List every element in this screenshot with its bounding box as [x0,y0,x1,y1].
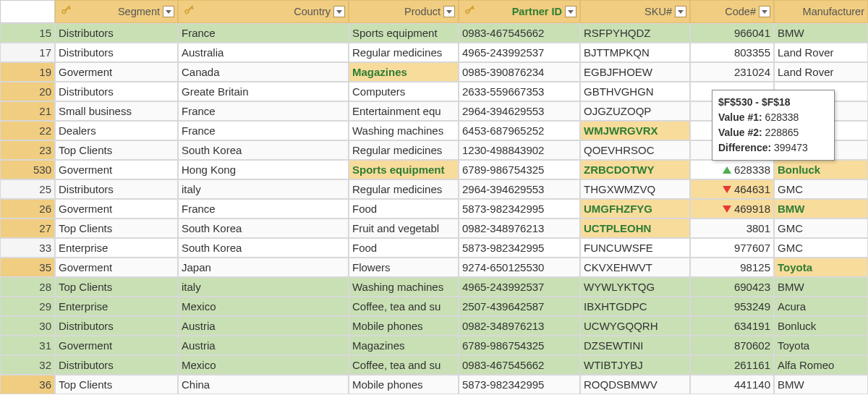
row-number[interactable]: 19 [0,62,55,82]
cell-country[interactable]: Mexico [178,355,349,375]
row-number[interactable]: 25 [0,179,55,199]
cell-sku[interactable]: DZSEWTINI [580,336,690,355]
cell-sku[interactable]: UCTPLEOHN [580,218,690,238]
cell-segment[interactable]: Enterprise [55,297,178,316]
cell-product[interactable]: Regular medicines [349,43,459,62]
cell-country[interactable]: South Korea [178,140,349,160]
cell-partner-id[interactable]: 0983-467545662 [459,355,580,375]
cell-segment[interactable]: Top Clients [55,218,178,238]
cell-manufacturer[interactable]: GMC [774,218,868,238]
cell-product[interactable]: Mobile phones [349,316,459,336]
cell-product[interactable]: Regular medicines [349,140,459,160]
cell-segment[interactable]: Top Clients [55,140,178,160]
cell-partner-id[interactable]: 5873-982342995 [459,199,580,218]
cell-product[interactable]: Magazines [349,62,459,82]
col-country[interactable]: Country [178,0,349,23]
cell-country[interactable]: China [178,375,349,394]
filter-dropdown-icon[interactable] [759,6,770,17]
cell-sku[interactable]: IBXHTGDPC [580,297,690,316]
cell-partner-id[interactable]: 5873-982342995 [459,238,580,258]
col-code[interactable]: Code# [690,0,774,23]
cell-country[interactable]: Greate Britain [178,82,349,101]
cell-segment[interactable]: Top Clients [55,375,178,394]
col-manufacturer[interactable]: Manufacturer [774,0,868,23]
row-number[interactable]: 17 [0,43,55,62]
cell-country[interactable]: France [178,199,349,218]
cell-segment[interactable]: Goverment [55,199,178,218]
row-number[interactable]: 28 [0,277,55,297]
cell-product[interactable]: Coffee, tea and su [349,297,459,316]
cell-segment[interactable]: Goverment [55,336,178,355]
cell-segment[interactable]: Distributors [55,355,178,375]
cell-segment[interactable]: Goverment [55,258,178,277]
cell-country[interactable]: South Korea [178,238,349,258]
cell-sku[interactable]: ZRBCDOTWY [580,160,690,179]
cell-segment[interactable]: Goverment [55,160,178,179]
col-partner-id[interactable]: Partner ID [459,0,580,23]
cell-partner-id[interactable]: 4965-243992537 [459,277,580,297]
row-number[interactable]: 35 [0,258,55,277]
cell-country[interactable]: Mexico [178,297,349,316]
cell-manufacturer[interactable]: BMW [774,199,868,218]
row-number[interactable]: 36 [0,375,55,394]
cell-manufacturer[interactable]: GMC [774,179,868,199]
cell-country[interactable]: Australia [178,43,349,62]
cell-code[interactable]: 261161 [690,355,774,375]
cell-product[interactable]: Computers [349,82,459,101]
row-number[interactable]: 15 [0,23,55,43]
cell-country[interactable]: France [178,121,349,140]
row-number[interactable]: 22 [0,121,55,140]
row-number[interactable]: 31 [0,336,55,355]
cell-manufacturer[interactable]: Bonluck [774,160,868,179]
cell-manufacturer[interactable]: BMW [774,375,868,394]
cell-segment[interactable]: Distributors [55,179,178,199]
cell-product[interactable]: Mobile phones [349,375,459,394]
row-number[interactable]: 20 [0,82,55,101]
cell-country[interactable]: Japan [178,258,349,277]
cell-partner-id[interactable]: 6453-687965252 [459,121,580,140]
cell-partner-id[interactable]: 2507-439642587 [459,297,580,316]
filter-dropdown-icon[interactable] [333,6,345,17]
cell-partner-id[interactable]: 0982-348976213 [459,316,580,336]
cell-sku[interactable]: QOEVHRSOC [580,140,690,160]
row-number[interactable]: 33 [0,238,55,258]
cell-country[interactable]: South Korea [178,218,349,238]
cell-manufacturer[interactable]: BMW [774,23,868,43]
col-segment[interactable]: Segment [55,0,178,23]
cell-product[interactable]: Magazines [349,336,459,355]
cell-product[interactable]: Sports equipment [349,160,459,179]
cell-partner-id[interactable]: 2964-394629553 [459,101,580,121]
cell-country[interactable]: Austria [178,336,349,355]
cell-code[interactable]: 966041 [690,23,774,43]
row-number[interactable]: 530 [0,160,55,179]
cell-partner-id[interactable]: 6789-986754325 [459,160,580,179]
row-number[interactable]: 29 [0,297,55,316]
spreadsheet-grid[interactable]: SegmentCountryProductPartner IDSKU#Code#… [0,0,868,394]
cell-country[interactable]: italy [178,277,349,297]
cell-code[interactable]: 3801 [690,218,774,238]
cell-manufacturer[interactable]: Toyota [774,258,868,277]
cell-manufacturer[interactable]: Land Rover [774,43,868,62]
cell-segment[interactable]: Enterprise [55,238,178,258]
cell-product[interactable]: Sports equipment [349,23,459,43]
cell-partner-id[interactable]: 5873-982342995 [459,375,580,394]
row-number[interactable]: 23 [0,140,55,160]
col-sku[interactable]: SKU# [580,0,690,23]
cell-product[interactable]: Flowers [349,258,459,277]
cell-code[interactable]: 441140 [690,375,774,394]
cell-partner-id[interactable]: 2964-394629553 [459,179,580,199]
cell-manufacturer[interactable]: GMC [774,238,868,258]
cell-segment[interactable]: Small business [55,101,178,121]
cell-segment[interactable]: Distributors [55,316,178,336]
cell-product[interactable]: Washing machines [349,121,459,140]
cell-segment[interactable]: Distributors [55,23,178,43]
cell-sku[interactable]: CKVXEHWVT [580,258,690,277]
cell-code[interactable]: 634191 [690,316,774,336]
cell-partner-id[interactable]: 0982-348976213 [459,218,580,238]
cell-country[interactable]: Hong Kong [178,160,349,179]
cell-product[interactable]: Washing machines [349,277,459,297]
row-number[interactable]: 26 [0,199,55,218]
cell-manufacturer[interactable]: Bonluck [774,316,868,336]
cell-partner-id[interactable]: 1230-498843902 [459,140,580,160]
cell-country[interactable]: italy [178,179,349,199]
